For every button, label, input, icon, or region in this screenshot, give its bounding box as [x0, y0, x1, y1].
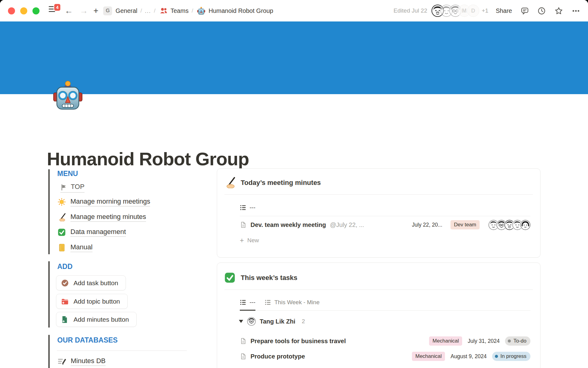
status-label: To-do	[513, 338, 526, 344]
add-section-bar	[48, 261, 50, 328]
close-window-button[interactable]	[8, 7, 15, 14]
view-tab[interactable]: ---	[240, 200, 255, 216]
file-plus-icon	[61, 316, 69, 324]
sidebar-toggle-button[interactable]: 4	[49, 6, 58, 15]
more-options-icon[interactable]	[572, 7, 580, 15]
menu-section-bar	[48, 169, 50, 254]
breadcrumb-workspace[interactable]: General	[115, 7, 137, 14]
sun-icon	[58, 198, 66, 206]
task-properties: Mechanical July 31, 2024 To-do	[429, 336, 530, 346]
task-row[interactable]: Prepare tools for business travel Mechan…	[217, 333, 540, 349]
minutes-view-tabs: ---	[240, 200, 530, 216]
meeting-row[interactable]: Dev. team weekly meeting @July 22, ... J…	[217, 216, 540, 233]
new-meeting-row[interactable]: + New	[217, 233, 540, 247]
list-pencil-icon	[58, 357, 66, 366]
meeting-date: July 22, 20...	[412, 222, 442, 228]
databases-section-bar	[48, 335, 50, 368]
divider	[224, 289, 533, 290]
teams-icon	[160, 7, 168, 15]
edited-timestamp: Edited Jul 22	[394, 7, 427, 14]
task-row[interactable]: Produce prototype Mechanical August 9, 2…	[217, 349, 540, 364]
updates-clock-icon[interactable]	[537, 7, 546, 15]
minutes-card-header: Today’s meeting minutes	[217, 169, 540, 188]
presence-avatars[interactable]: M D	[432, 5, 479, 17]
page-robot-icon[interactable]	[53, 80, 83, 110]
check-mark-icon	[224, 272, 236, 283]
titlebar: 4 ← → + G General / ... / Teams / Humano…	[0, 0, 588, 21]
flag-icon	[60, 184, 67, 190]
menu-link-top[interactable]: TOP	[60, 183, 85, 193]
assignee-group-header[interactable]: Tang Lik Zhi 2	[217, 314, 540, 328]
avatar-letter[interactable]: D	[467, 5, 479, 17]
minutes-card: Today’s meeting minutes --- Dev. team we…	[217, 168, 541, 258]
breadcrumb-page[interactable]: Humanoid Robot Group	[209, 7, 273, 14]
new-tab-button[interactable]: +	[93, 6, 98, 16]
status-dot	[495, 355, 498, 358]
minutes-card-title: Today’s meeting minutes	[241, 179, 321, 187]
menu-link-label: Manage meeting minutes	[70, 213, 146, 222]
page-cover[interactable]	[0, 21, 588, 94]
menu-link-data-management[interactable]: Data management	[58, 225, 126, 239]
new-row-label: New	[247, 237, 259, 244]
plus-icon: +	[240, 236, 244, 245]
meeting-date-mention: @July 22, ...	[330, 221, 364, 228]
page-icon	[240, 221, 247, 228]
page-icon	[240, 353, 247, 360]
category-tag: Mechanical	[412, 352, 445, 361]
minimize-window-button[interactable]	[20, 7, 27, 14]
menu-link-minutes-db[interactable]: Minutes DB	[58, 355, 106, 368]
add-task-button[interactable]: Add task button	[56, 275, 126, 290]
menu-heading: MENU	[57, 170, 78, 178]
menu-link-label: Manage morning meetings	[70, 197, 150, 206]
notion-window: 4 ← → + G General / ... / Teams / Humano…	[0, 0, 588, 368]
view-tab-label: This Week - Mine	[274, 299, 319, 306]
breadcrumb-separator: /	[192, 7, 193, 14]
avatar-overflow-count[interactable]: +1	[482, 7, 488, 14]
titlebar-right: Edited Jul 22 M D +1 Share	[394, 5, 580, 17]
status-badge: In progress	[492, 352, 530, 361]
tasks-card: This week’s tasks --- This Week - Mine T…	[217, 263, 541, 368]
favorite-star-icon[interactable]	[554, 6, 563, 15]
category-tag: Mechanical	[429, 336, 462, 346]
share-button[interactable]: Share	[496, 7, 512, 14]
view-tab-label: ---	[250, 299, 255, 306]
menu-link-manual[interactable]: Manual	[58, 241, 92, 254]
back-button[interactable]: ←	[65, 7, 73, 15]
view-tab[interactable]: ---	[240, 295, 255, 311]
forward-button[interactable]: →	[80, 7, 88, 15]
comments-icon[interactable]	[521, 7, 529, 15]
divider	[57, 351, 187, 351]
view-tab[interactable]: This Week - Mine	[265, 295, 319, 311]
workspace-chip[interactable]: G	[103, 6, 112, 15]
list-view-icon	[265, 299, 271, 306]
menu-link-label: Manual	[70, 243, 92, 252]
divider	[224, 194, 533, 195]
menu-link-label: Minutes DB	[71, 357, 106, 366]
collapse-toggle-icon[interactable]	[239, 320, 243, 323]
add-topic-button[interactable]: Add topic button	[56, 294, 128, 309]
page-icon	[240, 338, 247, 344]
due-date: July 31, 2024	[468, 338, 499, 344]
tasks-view-tabs: --- This Week - Mine	[240, 295, 530, 311]
folder-plus-icon	[61, 297, 69, 305]
zoom-window-button[interactable]	[32, 7, 40, 14]
menu-link-morning-meetings[interactable]: Manage morning meetings	[58, 195, 150, 209]
writing-hand-icon	[58, 213, 66, 221]
add-button-label: Add minutes button	[74, 316, 129, 323]
page-title[interactable]: Humanoid Robot Group	[47, 148, 249, 170]
task-properties: Mechanical August 9, 2024 In progress	[412, 352, 530, 361]
menu-link-meeting-minutes[interactable]: Manage meeting minutes	[58, 210, 146, 224]
add-button-label: Add task button	[74, 279, 118, 287]
databases-heading: OUR DATABASES	[57, 336, 118, 344]
breadcrumb-teams[interactable]: Teams	[171, 7, 189, 14]
due-date: August 9, 2024	[450, 353, 487, 360]
avatar	[247, 317, 256, 326]
window-controls	[8, 7, 40, 14]
breadcrumb-separator: /	[141, 7, 142, 14]
breadcrumb-ellipsis[interactable]: ...	[145, 7, 151, 14]
add-minutes-button[interactable]: Add minutes button	[56, 312, 137, 327]
notebook-icon	[58, 243, 66, 252]
avatar	[520, 220, 530, 230]
task-title: Prepare tools for business travel	[251, 338, 346, 345]
list-view-icon	[240, 299, 247, 306]
